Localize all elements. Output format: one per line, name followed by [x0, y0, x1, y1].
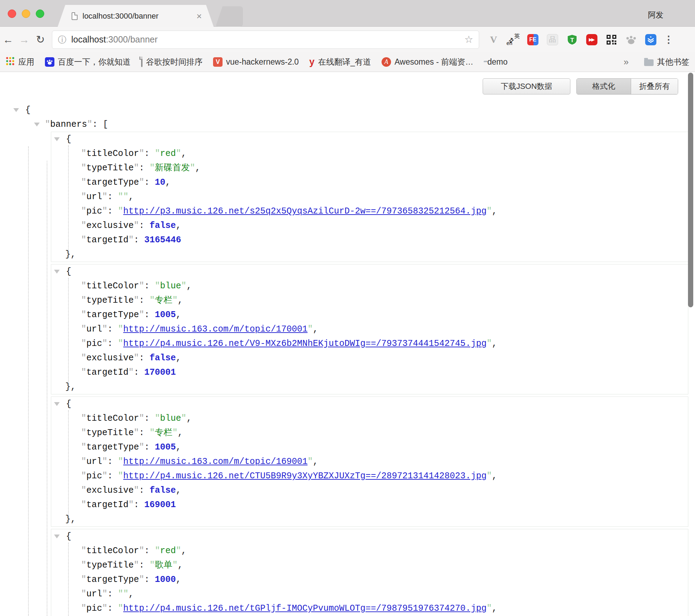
bookmark-item-2[interactable]: 谷歌按时间排序 — [141, 57, 203, 67]
json-field-url: "url": "http://music.163.com/m/topic/169… — [51, 454, 688, 469]
other-bookmarks-folder[interactable]: 其他书签 — [644, 57, 689, 67]
json-field-url: "url": "", — [51, 190, 688, 204]
json-field-pic: "pic": "http://p4.music.126.net/tGPljf-I… — [51, 601, 688, 616]
bookmark-label: 在线翻译_有道 — [318, 57, 371, 67]
collapse-toggle-icon[interactable] — [54, 535, 60, 538]
close-window-button[interactable] — [8, 9, 16, 18]
info-icon[interactable]: ⓘ — [58, 34, 66, 45]
json-field-titleColor: "titleColor": "blue", — [51, 279, 688, 293]
collapse-toggle-icon[interactable] — [54, 402, 60, 406]
json-field-pic: "pic": "http://p4.music.126.net/CTU5B9R9… — [51, 469, 688, 483]
awesomes-a-icon: A — [382, 57, 391, 67]
collapse-toggle-icon[interactable] — [34, 123, 40, 126]
minimize-window-button[interactable] — [22, 9, 30, 18]
json-field-typeTitle: "typeTitle": "专栏", — [51, 426, 688, 440]
bookmark-item-3[interactable]: Vvue-hackernews-2.0 — [213, 57, 299, 67]
browser-menu-icon[interactable]: ⋮ — [664, 34, 674, 45]
sitemap-icon[interactable]: 品 — [547, 34, 558, 46]
indent-guide — [28, 146, 29, 616]
json-field-titleColor: "titleColor": "red", — [51, 544, 688, 558]
json-field-typeTitle: "typeTitle": "新碟首发", — [51, 161, 688, 175]
svg-text:T: T — [570, 36, 574, 43]
json-field-targetType: "targetType": 1000, — [51, 572, 688, 587]
back-icon[interactable]: ← — [0, 34, 16, 45]
format-button[interactable]: 格式化 — [577, 79, 631, 94]
browser-toolbar: ← → ↻ ⓘ localhost:3000/banner ☆ V英⇄enFE品… — [0, 27, 695, 52]
json-field-typeTitle: "typeTitle": "歌单", — [51, 558, 688, 572]
vimium-icon[interactable]: V — [488, 34, 499, 46]
object-close-line: }, — [51, 380, 688, 394]
baidu-paw-icon — [45, 57, 54, 67]
json-field-targetType: "targetType": 1005, — [51, 308, 688, 322]
page-content: 下载JSON数据 格式化 折叠所有 {"banners": [{"titleCo… — [0, 72, 695, 616]
view-mode-segmented-control: 格式化 折叠所有 — [576, 78, 678, 94]
url-link[interactable]: http://music.163.com/m/topic/169001 — [123, 457, 307, 467]
downloads-icon[interactable] — [645, 34, 657, 46]
tab-strip: localhost:3000/banner × 阿发 — [0, 0, 695, 27]
address-bar[interactable]: ⓘ localhost:3000/banner ☆ — [52, 31, 479, 49]
bookmark-items: 应用百度一下，你就知道谷歌按时间排序Vvue-hackernews-2.0y在线… — [6, 57, 508, 68]
bookmark-item-6[interactable]: demo — [484, 57, 508, 67]
object-close-line: }, — [51, 512, 688, 526]
forward-icon[interactable]: → — [16, 34, 32, 45]
bookmark-item-5[interactable]: AAwesomes - 前端资… — [382, 57, 474, 67]
banner-object-3: {"titleColor": "red","typeTitle": "歌单","… — [51, 529, 688, 616]
json-field-targetId: "targetId": 170001 — [51, 365, 688, 380]
scrollbar-thumb[interactable] — [688, 73, 693, 307]
page-favicon-icon — [72, 12, 78, 20]
indent-guide — [68, 145, 69, 250]
bookmark-label: Awesomes - 前端资… — [395, 57, 474, 67]
paw-icon[interactable] — [625, 34, 637, 46]
tab-title: localhost:3000/banner — [82, 12, 197, 21]
pic-link[interactable]: http://p4.music.126.net/tGPljf-IMOCyPvum… — [123, 603, 486, 614]
pic-link[interactable]: http://p4.music.126.net/CTU5B9R9y3XyYBZX… — [123, 471, 486, 481]
object-open-line: { — [51, 529, 688, 544]
tab-close-icon[interactable]: × — [197, 12, 202, 21]
json-field-targetId: "targetId": 3165446 — [51, 233, 688, 247]
bookmark-item-1[interactable]: 百度一下，你就知道 — [45, 57, 131, 67]
other-bookmarks-label: 其他书签 — [657, 57, 689, 67]
bookmark-label: 百度一下，你就知道 — [58, 57, 131, 67]
json-field-url: "url": "http://music.163.com/m/topic/170… — [51, 322, 688, 336]
object-close-line: }, — [51, 247, 688, 262]
object-open-line: { — [51, 264, 688, 279]
json-field-url: "url": "", — [51, 587, 688, 601]
tampermonkey-icon[interactable]: T — [566, 34, 578, 46]
bookmark-label: vue-hackernews-2.0 — [226, 57, 299, 67]
bookmark-star-icon[interactable]: ☆ — [464, 34, 473, 45]
zoom-window-button[interactable] — [36, 9, 44, 18]
fast-forward-icon[interactable]: ▶▶ — [586, 34, 598, 46]
bookmark-item-0[interactable]: 应用 — [6, 57, 34, 68]
qr-code-icon[interactable] — [605, 34, 617, 46]
bookmark-item-4[interactable]: y在线翻译_有道 — [309, 57, 371, 67]
pic-link[interactable]: http://p3.music.126.net/s25q2x5QyqsAzilC… — [123, 206, 486, 216]
bookmark-label: 谷歌按时间排序 — [146, 57, 203, 67]
bookmarks-overflow-icon[interactable]: » — [624, 57, 629, 67]
active-tab[interactable]: localhost:3000/banner × — [58, 5, 214, 27]
pic-link[interactable]: http://p4.music.126.net/V9-MXz6b2MNhEKju… — [123, 339, 486, 349]
collapse-all-button[interactable]: 折叠所有 — [631, 79, 678, 94]
json-field-exclusive: "exclusive": false, — [51, 218, 688, 233]
json-actions: 下载JSON数据 格式化 折叠所有 — [0, 78, 695, 94]
json-field-typeTitle: "typeTitle": "专栏", — [51, 293, 688, 308]
json-field-exclusive: "exclusive": false, — [51, 483, 688, 498]
json-field-pic: "pic": "http://p3.music.126.net/s25q2x5Q… — [51, 204, 688, 218]
object-open-line: { — [51, 397, 688, 411]
banner-object-2: {"titleColor": "blue","typeTitle": "专栏",… — [51, 397, 688, 527]
page-icon — [141, 57, 143, 67]
collapse-toggle-icon[interactable] — [54, 137, 60, 141]
download-json-button[interactable]: 下载JSON数据 — [483, 78, 570, 94]
window-controls — [8, 9, 44, 18]
json-field-targetType: "targetType": 1005, — [51, 440, 688, 454]
json-banners-line: "banners": [ — [0, 117, 695, 132]
fe-helper-icon[interactable]: FE — [527, 34, 539, 46]
new-tab-button[interactable] — [216, 6, 243, 27]
profile-name: 阿发 — [648, 10, 663, 20]
youdao-y-icon: y — [309, 57, 315, 67]
reload-icon[interactable]: ↻ — [32, 34, 48, 45]
collapse-toggle-icon[interactable] — [13, 108, 19, 112]
translate-icon[interactable]: 英⇄en — [507, 34, 519, 46]
collapse-toggle-icon[interactable] — [54, 270, 60, 274]
folder-icon — [644, 59, 654, 66]
url-link[interactable]: http://music.163.com/m/topic/170001 — [123, 324, 307, 334]
